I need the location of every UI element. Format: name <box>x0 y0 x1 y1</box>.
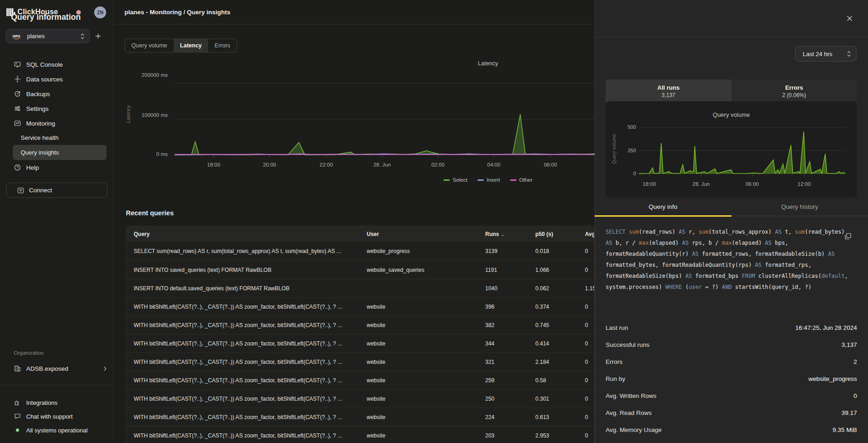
segment-value: 2 (0.06%) <box>782 92 806 98</box>
sidebar-item-monitoring[interactable]: Monitoring <box>0 116 113 131</box>
table-row[interactable]: INSERT INTO default.saved_queries (text)… <box>126 279 594 297</box>
sql-token: AS <box>682 240 692 246</box>
sql-token: = ?) <box>702 284 722 290</box>
tab-errors[interactable]: Errors <box>208 39 237 52</box>
stat-value: 9.35 MiB <box>833 426 857 433</box>
cell-p50: 0.745 <box>535 322 585 328</box>
close-icon[interactable] <box>846 15 853 22</box>
legend-item-other[interactable]: Other <box>510 177 533 183</box>
legend-label: Select <box>453 177 467 183</box>
stat-value: 16:47:25, Jun 28 2024 <box>795 324 857 331</box>
select-chevrons-icon <box>80 33 85 40</box>
cell-runs: 344 <box>485 340 535 347</box>
cell-user: website_saved_queries <box>367 267 485 273</box>
main-content: planes - Monitoring / Query insights Que… <box>113 0 595 443</box>
cell-p50: 0.58 <box>535 377 585 384</box>
table-row[interactable]: WITH bitShiftLeft(CAST(?..), _CAST(?..))… <box>126 316 594 334</box>
x-tick-label: 06:00 <box>534 162 567 167</box>
select-chevrons-icon <box>847 51 851 57</box>
cell-runs: 224 <box>485 414 535 420</box>
sidebar-item-integrations[interactable]: Integrations <box>0 396 113 409</box>
legend-item-select[interactable]: Select <box>443 177 467 183</box>
time-range-select[interactable]: Last 24 hrs <box>795 46 857 62</box>
status-dot-icon <box>14 426 21 434</box>
cell-query: INSERT INTO default.saved_queries (text)… <box>134 285 367 292</box>
sql-token: AS <box>685 273 695 279</box>
recent-queries-table: QueryUserRuns⌄p50 (s)Avg. SELECT sum(rea… <box>126 226 595 443</box>
chart-tabs: Query volumeLatencyErrors <box>125 39 237 52</box>
stat-label: Avg. Memory Usage <box>606 426 662 433</box>
sidebar-item-backups[interactable]: Backups <box>0 86 113 101</box>
user-avatar[interactable]: ZN <box>94 6 106 18</box>
table-row[interactable]: SELECT sum(read_rows) AS r, sum(total_ro… <box>126 242 594 260</box>
x-tick-label: 18:00 <box>633 181 665 187</box>
cell-avg: 0 <box>585 322 594 328</box>
tab-query-volume[interactable]: Query volume <box>125 39 174 52</box>
table-row[interactable]: WITH bitShiftLeft(CAST(?..), _CAST(?..))… <box>126 426 594 443</box>
sidebar-item-service-health[interactable]: Service health <box>0 131 113 145</box>
stat-row-last-run: Last run16:47:25, Jun 28 2024 <box>606 319 857 336</box>
column-header-query: Query <box>134 231 367 237</box>
stat-value: 39.17 <box>841 409 857 416</box>
sidebar-item-label: Help <box>26 164 39 171</box>
stat-label: Errors <box>606 358 623 365</box>
table-row[interactable]: WITH bitShiftLeft(CAST(?..), _CAST(?..))… <box>126 408 594 426</box>
panel-tab-query-info[interactable]: Query info <box>595 198 732 216</box>
sidebar-item-label: Chat with support <box>26 413 73 420</box>
column-header-avg-: Avg. <box>585 231 595 237</box>
x-tick-label: 28. Jun <box>685 181 717 187</box>
cell-p50: 1.066 <box>535 267 585 273</box>
sidebar-item-data-sources[interactable]: Data sources <box>0 72 113 86</box>
segment-all-runs[interactable]: All runs3,137 <box>606 80 732 103</box>
sidebar-item-all-systems-operational[interactable]: All systems operational <box>0 423 113 437</box>
cell-query: WITH bitShiftLeft(CAST(?..), _CAST(?..))… <box>134 414 367 420</box>
stat-row-avg-written-rows: Avg. Written Rows0 <box>606 387 857 404</box>
segment-value: 3,137 <box>662 92 675 98</box>
panel-title: Query information <box>11 12 81 22</box>
svg-text:aws: aws <box>12 34 20 38</box>
sidebar-item-help[interactable]: Help <box>0 160 113 175</box>
cell-avg: 1.15 <box>585 285 595 292</box>
backups-icon <box>14 90 21 98</box>
add-service-button[interactable] <box>95 30 106 41</box>
column-header-runs[interactable]: Runs⌄ <box>485 231 535 237</box>
organization-selector[interactable]: ADSB.exposed <box>0 361 113 376</box>
stat-label: Avg. Read Rows <box>606 409 652 416</box>
table-row[interactable]: INSERT INTO saved_queries (text) FORMAT … <box>126 260 594 279</box>
stat-label: Avg. Written Rows <box>606 392 657 399</box>
cell-avg: 0 <box>585 414 594 420</box>
cell-runs: 1191 <box>485 267 535 273</box>
table-row[interactable]: WITH bitShiftLeft(CAST(?..), _CAST(?..))… <box>126 389 594 408</box>
sql-token: (total_rows_approx) <box>709 229 775 235</box>
organization-icon <box>14 365 21 372</box>
cell-p50: 0.414 <box>535 340 585 347</box>
tab-latency[interactable]: Latency <box>174 39 208 52</box>
table-row[interactable]: WITH bitShiftLeft(CAST(?..), _CAST(?..))… <box>126 371 594 389</box>
table-row[interactable]: WITH bitShiftLeft(CAST(?..), _CAST(?..))… <box>126 297 594 316</box>
sidebar-item-label: Integrations <box>26 399 57 406</box>
panel-tab-query-history[interactable]: Query history <box>732 198 868 216</box>
cell-runs: 382 <box>485 322 535 328</box>
sidebar-item-sql-console[interactable]: SQL Console <box>0 57 113 72</box>
cell-user: website <box>367 359 485 365</box>
runs-errors-segmented-control: All runs3,137Errors2 (0.06%) <box>606 80 857 103</box>
cell-runs: 250 <box>485 396 535 402</box>
y-tick-label: 0 <box>618 171 636 176</box>
sidebar-item-label: Settings <box>26 105 49 112</box>
legend-item-insert[interactable]: Insert <box>477 177 500 183</box>
table-row[interactable]: WITH bitShiftLeft(CAST(?..), _CAST(?..))… <box>126 352 594 371</box>
connect-icon <box>17 187 24 194</box>
cell-query: WITH bitShiftLeft(CAST(?..), _CAST(?..))… <box>134 359 367 365</box>
sidebar-item-query-insights[interactable]: Query insights <box>13 145 107 160</box>
cell-avg: 0 <box>585 432 594 439</box>
x-tick-label: 22:00 <box>310 162 342 167</box>
sidebar-item-chat-with-support[interactable]: Chat with support <box>0 409 113 423</box>
copy-icon[interactable] <box>845 232 852 240</box>
table-row[interactable]: WITH bitShiftLeft(CAST(?..), _CAST(?..))… <box>126 334 594 352</box>
sidebar-item-settings[interactable]: Settings <box>0 101 113 116</box>
y-tick-label: 250 <box>618 148 636 153</box>
service-selector[interactable]: aws planes <box>6 29 90 43</box>
connect-button[interactable]: Connect <box>6 183 108 198</box>
segment-errors[interactable]: Errors2 (0.06%) <box>732 80 857 103</box>
query-volume-chart <box>639 123 845 177</box>
